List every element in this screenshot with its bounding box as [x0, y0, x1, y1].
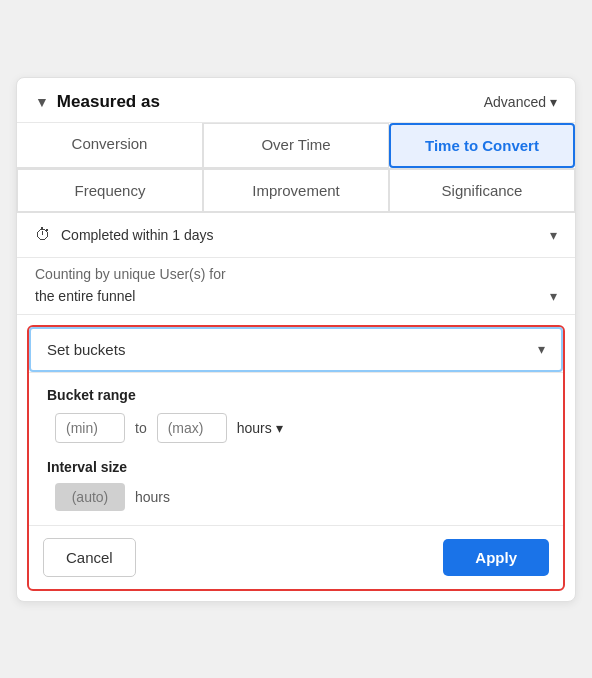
set-buckets-caret-icon: ▾	[538, 341, 545, 357]
tab-time-to-convert[interactable]: Time to Convert	[389, 123, 575, 168]
advanced-label: Advanced	[484, 94, 546, 110]
tab-over-time[interactable]: Over Time	[203, 123, 389, 168]
set-buckets-dropdown[interactable]: Set buckets ▾	[29, 327, 563, 372]
tab-conversion[interactable]: Conversion	[17, 123, 203, 168]
tab-frequency[interactable]: Frequency	[17, 169, 203, 212]
collapse-icon[interactable]: ▼	[35, 94, 49, 110]
auto-input[interactable]	[55, 483, 125, 511]
header-left: ▼ Measured as	[35, 92, 160, 112]
tabs-row1: Conversion Over Time Time to Convert	[17, 123, 575, 169]
cancel-button[interactable]: Cancel	[43, 538, 136, 577]
completed-within-row[interactable]: ⏱ Completed within 1 days ▾	[17, 213, 575, 258]
min-input[interactable]	[55, 413, 125, 443]
advanced-chevron-icon: ▾	[550, 94, 557, 110]
timer-icon: ⏱	[35, 226, 51, 244]
set-buckets-section: Set buckets ▾ Bucket range to hours ▾ In…	[27, 325, 565, 591]
measured-as-panel: ▼ Measured as Advanced ▾ Conversion Over…	[16, 77, 576, 602]
panel-title: Measured as	[57, 92, 160, 112]
bucket-range-title: Bucket range	[47, 387, 545, 403]
completed-within-caret-icon: ▾	[550, 227, 557, 243]
hours-dropdown-button[interactable]: hours ▾	[237, 420, 283, 436]
funnel-row[interactable]: the entire funnel ▾	[17, 284, 575, 315]
to-label: to	[135, 420, 147, 436]
interval-size-title: Interval size	[47, 459, 545, 475]
tab-improvement[interactable]: Improvement	[203, 169, 389, 212]
header: ▼ Measured as Advanced ▾	[17, 78, 575, 123]
advanced-button[interactable]: Advanced ▾	[484, 94, 557, 110]
set-buckets-label: Set buckets	[47, 341, 125, 358]
hours-label: hours	[237, 420, 272, 436]
bucket-expanded-content: Bucket range to hours ▾ Interval size ho…	[29, 372, 563, 525]
counting-row: Counting by unique User(s) for	[17, 258, 575, 284]
max-input[interactable]	[157, 413, 227, 443]
interval-size-row: hours	[55, 483, 545, 511]
tab-significance[interactable]: Significance	[389, 169, 575, 212]
action-row: Cancel Apply	[29, 525, 563, 589]
bucket-range-row: to hours ▾	[55, 413, 545, 443]
interval-hours-label: hours	[135, 489, 170, 505]
funnel-text: the entire funnel	[35, 288, 135, 304]
apply-button[interactable]: Apply	[443, 539, 549, 576]
counting-label: Counting by unique User(s) for	[35, 266, 226, 282]
funnel-caret-icon: ▾	[550, 288, 557, 304]
hours-caret-icon: ▾	[276, 420, 283, 436]
completed-within-text: Completed within 1 days	[61, 227, 540, 243]
tabs-row2: Frequency Improvement Significance	[17, 169, 575, 213]
